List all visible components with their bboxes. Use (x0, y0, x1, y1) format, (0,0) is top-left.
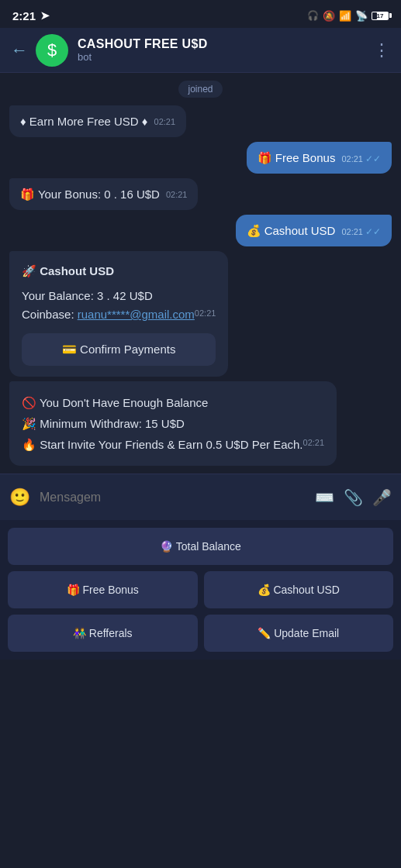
headphone-icon: 🎧 (307, 10, 319, 21)
coinbase-line: Coinbase: ruanu*****@gmail.com 02:21 (22, 305, 216, 324)
battery-icon: 17 (372, 12, 389, 20)
update-email-button[interactable]: ✏️ Update Email (204, 615, 394, 652)
refferals-button[interactable]: 👫 Refferals (8, 615, 198, 652)
not-enough-text: 🚫 You Don't Have Enough Balance (22, 392, 324, 413)
cashout-title: 🚀 Cashout USD (22, 262, 216, 281)
keyboard-row-3: 👫 Refferals ✏️ Update Email (8, 615, 393, 652)
mic-icon[interactable]: 🎤 (372, 488, 392, 507)
cashout-info-time: 02:21 (195, 307, 216, 321)
cashout-right-message: 💰 Cashout USD 02:21 ✓✓ (236, 215, 392, 246)
chat-title: CASHOUT FREE U$D (78, 37, 373, 51)
bot-keyboard: 🔮 Total Balance 🎁 Free Bonus 💰 Cashout U… (0, 520, 401, 660)
chat-area: joined ♦️ Earn More Free USD ♦️ 02:21 🎁 … (0, 73, 401, 474)
confirm-payments-button[interactable]: 💳 Confirm Payments (22, 333, 216, 366)
your-bonus-message: 🎁 Your Bonus: 0 . 16 U$D 02:21 (9, 178, 198, 210)
status-time-area: 2:21 ➤ (12, 9, 50, 22)
free-bonus-text: 🎁 Free Bonus (258, 151, 336, 164)
your-bonus-time: 02:21 (166, 189, 188, 201)
wifi-icon: 📡 (355, 10, 368, 22)
back-button[interactable]: ← (11, 40, 28, 60)
free-bonus-message: 🎁 Free Bonus 02:21 ✓✓ (247, 142, 392, 174)
cashout-right-time: 02:21 ✓✓ (341, 226, 381, 239)
navigation-icon: ➤ (40, 9, 50, 22)
free-bonus-button[interactable]: 🎁 Free Bonus (8, 571, 198, 608)
message-input-bar: 🙂 ⌨️ 📎 🎤 (0, 474, 401, 520)
coinbase-email: ruanu*****@gmail.com (78, 308, 195, 321)
bot-avatar: $ (36, 34, 68, 67)
free-bonus-time: 02:21 ✓✓ (341, 153, 381, 166)
more-options-button[interactable]: ⋮ (373, 40, 390, 60)
keyboard-icon[interactable]: ⌨️ (315, 488, 334, 507)
signal-icon: 📶 (339, 10, 351, 22)
emoji-button[interactable]: 🙂 (9, 487, 30, 508)
balance-text: Your Balance: 3 . 42 U$D (22, 287, 216, 305)
not-enough-bubble: 🚫 You Don't Have Enough Balance 🎉 Minimu… (9, 381, 337, 466)
cashout-right-text: 💰 Cashout USD (247, 224, 336, 237)
time-display: 2:21 (12, 9, 36, 22)
cashout-usd-button[interactable]: 💰 Cashout USD (204, 571, 394, 608)
chat-subtitle: bot (78, 51, 373, 63)
earn-more-time: 02:21 (154, 116, 176, 128)
message-input[interactable] (40, 491, 306, 505)
tick-marks: ✓✓ (365, 153, 381, 164)
status-icons: 🎧 🔕 📶 📡 17 (307, 10, 389, 22)
attach-icon[interactable]: 📎 (344, 488, 363, 507)
earn-more-text: ♦️ Earn More Free USD ♦️ (20, 115, 148, 128)
status-bar: 2:21 ➤ 🎧 🔕 📶 📡 17 (0, 0, 401, 28)
earn-more-message: ♦️ Earn More Free USD ♦️ 02:21 (9, 105, 186, 137)
cashout-info-bubble: 🚀 Cashout USD Your Balance: 3 . 42 U$D C… (9, 251, 228, 377)
mute-icon: 🔕 (323, 10, 335, 22)
keyboard-row-2: 🎁 Free Bonus 💰 Cashout USD (8, 571, 393, 608)
info-time: 02:21 (303, 436, 325, 451)
joined-notice: joined (178, 81, 222, 98)
invite-friends-text: 🔥 Start Invite Your Friends & Earn 0.5 U… (22, 434, 324, 455)
keyboard-row-1: 🔮 Total Balance (8, 528, 393, 565)
cashout-tick-marks: ✓✓ (365, 226, 381, 237)
header-info: CASHOUT FREE U$D bot (78, 37, 373, 63)
your-bonus-text: 🎁 Your Bonus: 0 . 16 U$D (20, 188, 160, 201)
total-balance-button[interactable]: 🔮 Total Balance (8, 528, 393, 565)
chat-header: ← $ CASHOUT FREE U$D bot ⋮ (0, 28, 401, 73)
minimum-withdraw-text: 🎉 Minimum Withdraw: 15 U$D (22, 413, 324, 434)
